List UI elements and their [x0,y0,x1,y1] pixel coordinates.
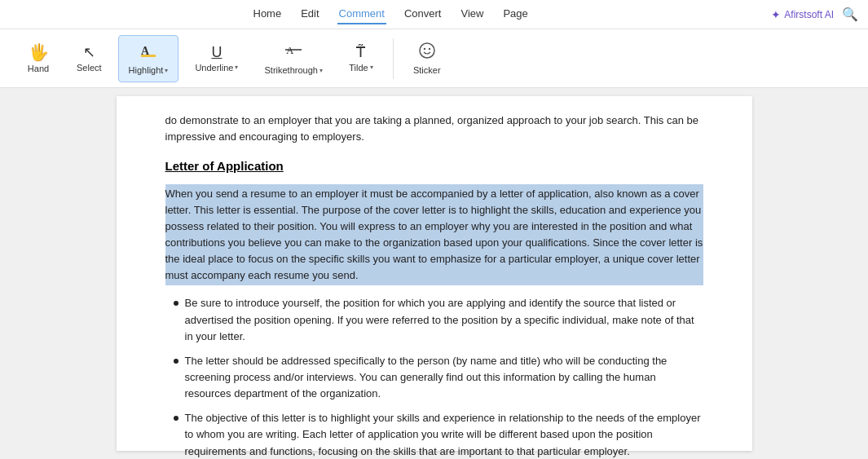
underline-label: Underline ▾ [195,63,238,73]
highlight-tool[interactable]: A Highlight ▾ [118,35,179,82]
menu-page[interactable]: Page [501,4,529,24]
ai-badge[interactable]: ✦ Afirstsoft AI [771,8,834,21]
menu-comment[interactable]: Comment [337,4,386,24]
content-area: do demonstrate to an employer that you a… [0,88,868,459]
underline-tool[interactable]: U Underline ▾ [185,35,248,82]
menu-right: ✦ Afirstsoft AI 🔍 [771,7,858,22]
menu-edit[interactable]: Edit [299,4,320,24]
tilde-icon: T̃ [356,45,365,60]
sticker-tool[interactable]: Sticker [403,35,451,82]
sticker-icon [418,42,436,62]
hand-tool[interactable]: 🖐 Hand [16,35,60,82]
select-icon: ↖ [83,45,95,60]
svg-point-6 [429,48,430,50]
strikethrough-icon: A [284,42,302,62]
hand-label: Hand [28,64,49,73]
strikethrough-dropdown-arrow: ▾ [319,67,323,74]
list-item: The objective of this letter is to highl… [174,410,703,459]
ai-label: Afirstsoft AI [784,9,834,20]
bullet-dot [174,416,178,421]
menu-bar: Home Edit Comment Convert View Page ✦ Af… [0,0,868,29]
bullet-text: The letter should be addressed specifica… [185,353,703,402]
section-title: Letter of Application [165,157,703,175]
menu-home[interactable]: Home [252,4,284,24]
list-item: The letter should be addressed specifica… [174,353,703,402]
tilde-tool[interactable]: T̃ Tilde ▾ [339,35,383,82]
menu-items: Home Edit Comment Convert View Page [10,4,771,24]
bullet-dot [174,359,178,364]
hand-icon: 🖐 [29,44,49,60]
bullet-text: Be sure to introduce yourself, the posit… [185,295,703,344]
toolbar: 🖐 Hand ↖ Select A Highlight ▾ U Underlin… [0,29,868,88]
list-item: Be sure to introduce yourself, the posit… [174,295,703,344]
strikethrough-tool[interactable]: A Strikethrough ▾ [254,35,332,82]
document: do demonstrate to an employer that you a… [117,96,752,451]
select-label: Select [77,63,102,73]
intro-text: do demonstrate to an employer that you a… [165,113,703,145]
underline-dropdown-arrow: ▾ [235,64,238,71]
highlighted-paragraph[interactable]: When you send a resume to an employer it… [165,184,703,286]
underline-icon: U [211,45,222,60]
svg-point-4 [420,43,434,58]
ai-star-icon: ✦ [771,8,781,21]
tilde-label: Tilde ▾ [349,63,372,73]
highlight-icon: A [139,42,157,62]
select-tool[interactable]: ↖ Select [67,35,112,82]
highlight-dropdown-arrow: ▾ [165,67,168,74]
bullet-list: Be sure to introduce yourself, the posit… [165,295,703,459]
svg-point-5 [424,48,425,50]
strikethrough-label: Strikethrough ▾ [264,65,322,75]
svg-rect-1 [141,55,156,57]
menu-view[interactable]: View [459,4,485,24]
sticker-label: Sticker [413,65,441,75]
tilde-dropdown-arrow: ▾ [370,64,373,71]
toolbar-divider [393,38,394,79]
search-icon[interactable]: 🔍 [842,7,858,22]
bullet-dot [174,301,178,306]
highlight-label: Highlight ▾ [129,65,169,75]
bullet-text: The objective of this letter is to highl… [185,410,703,459]
menu-convert[interactable]: Convert [403,4,443,24]
